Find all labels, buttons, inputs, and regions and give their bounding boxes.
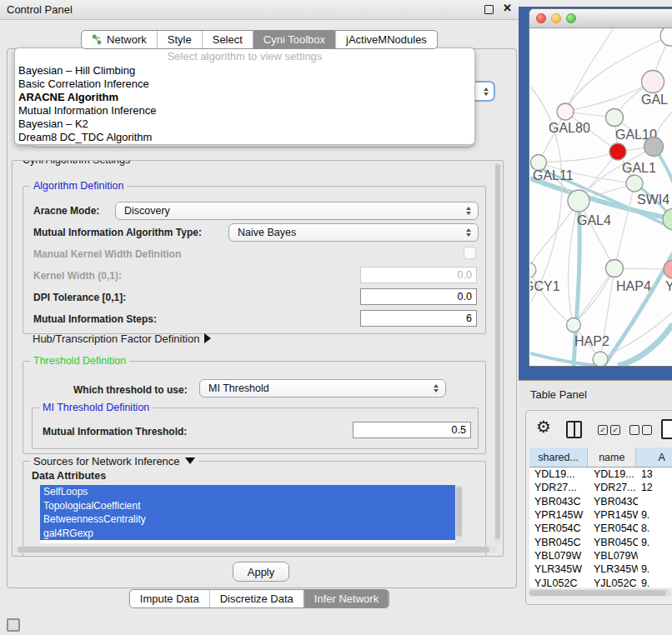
apply-button[interactable]: Apply [233, 562, 289, 582]
network-node[interactable] [606, 109, 624, 127]
minimize-traffic-light-icon[interactable] [551, 13, 561, 23]
mi-steps-field[interactable]: 6 [360, 310, 477, 327]
tab-style[interactable]: Style [157, 31, 202, 48]
network-node[interactable] [626, 175, 643, 192]
table-row[interactable]: YPR145WYPR145W9. [529, 508, 672, 522]
kernel-width-field[interactable]: 0.0 [360, 267, 477, 283]
tab-impute-data[interactable]: Impute Data [130, 590, 209, 608]
table-cell: YPR145W [529, 508, 589, 522]
network-node[interactable] [609, 143, 626, 160]
table-row[interactable]: YDL19...YDL19...13 [529, 468, 672, 481]
tab-infer-network[interactable]: Infer Network [303, 590, 389, 608]
table-horizontal-scrollbar[interactable] [528, 589, 671, 597]
mi-threshold-title: MI Threshold Definition [39, 402, 153, 413]
network-canvas[interactable]: GALGAL80GAL10GAL1GAL11SWI4GAL4GCY1HAP4YH… [530, 28, 672, 366]
network-node[interactable] [557, 103, 574, 120]
network-node-label: SWI4 [637, 192, 669, 207]
tab-label: Discretize Data [220, 592, 293, 605]
threshold-definition-group: Threshold Definition Which threshold to … [23, 361, 486, 454]
collapsed-panel-icon[interactable] [7, 618, 20, 632]
table-row[interactable]: YLR345WYLR345W9. [529, 562, 672, 576]
table-row[interactable]: YBR043CYBR043C [529, 495, 672, 508]
table-cell: YBR045C [529, 535, 589, 548]
manual-kernel-checkbox[interactable] [464, 247, 476, 259]
algorithm-dropdown-item[interactable]: ARACNE Algorithm [15, 91, 474, 104]
settings-vertical-scrollbar[interactable] [494, 162, 501, 544]
network-node[interactable] [660, 28, 672, 46]
column-header-shared-name[interactable]: shared... [529, 448, 588, 467]
gear-icon[interactable]: ⚙ [536, 417, 551, 437]
deselect-all-columns-icon[interactable] [629, 425, 652, 435]
tab-network[interactable]: Network [82, 31, 157, 48]
data-attributes-list[interactable]: SelfLoopsTopologicalCoefficientBetweenne… [40, 485, 455, 543]
sources-group: Sources for Network Inference Data Attri… [23, 461, 486, 557]
algorithm-dropdown-item[interactable]: Bayesian – K2 [15, 118, 474, 131]
table-row[interactable]: YBR045CYBR045C9. [529, 535, 672, 548]
network-node[interactable] [644, 138, 664, 157]
column-header-name[interactable]: name [588, 448, 636, 467]
network-node[interactable] [593, 352, 608, 366]
mi-steps-label: Mutual Information Steps: [33, 313, 157, 325]
network-node[interactable] [663, 208, 672, 230]
hub-factor-section-toggle[interactable]: Hub/Transcription Factor Definition [33, 332, 211, 345]
tab-jactivemnodules[interactable]: jActiveMNodules [335, 31, 437, 48]
network-node[interactable] [664, 260, 672, 278]
algorithm-dropdown-item[interactable]: Dream8 DC_TDC Algorithm [15, 131, 474, 144]
network-node[interactable] [606, 260, 624, 278]
data-attribute-item[interactable]: SelfLoops [40, 485, 455, 499]
network-node[interactable] [568, 190, 589, 212]
table-row[interactable]: YBL079WYBL079W [529, 549, 672, 562]
tab-label: Select [213, 33, 243, 46]
data-attribute-item[interactable]: BetweennessCentrality [40, 512, 455, 527]
which-threshold-combobox[interactable]: MI Threshold [199, 379, 446, 398]
network-node-label: GAL [641, 92, 668, 107]
close-icon[interactable]: ✕ [503, 2, 512, 14]
attributes-list-scrollbar[interactable] [455, 485, 463, 543]
algorithm-dropdown-item[interactable]: Basic Correlation Inference [15, 78, 474, 91]
expand-arrow-icon [204, 333, 211, 343]
mi-type-value: Naive Bayes [238, 227, 296, 238]
select-all-columns-icon[interactable]: ✓✓ [598, 425, 620, 435]
table-cell: YJL052C [589, 576, 638, 588]
tab-label: Style [168, 33, 192, 46]
columns-icon[interactable] [566, 421, 582, 438]
mi-threshold-field[interactable]: 0.5 [353, 422, 471, 438]
table-cell: YBL079W [589, 549, 638, 562]
network-node-label: GAL4 [577, 213, 611, 228]
tab-select[interactable]: Select [202, 31, 253, 48]
table-row[interactable]: YJL052CYJL052C9. [529, 576, 672, 588]
close-traffic-light-icon[interactable] [536, 13, 546, 23]
data-attribute-item[interactable]: TopologicalCoefficient [40, 499, 455, 513]
mi-type-combobox[interactable]: Naive Bayes [228, 223, 479, 242]
which-threshold-value: MI Threshold [208, 382, 269, 394]
network-node[interactable] [567, 318, 581, 332]
dpi-tolerance-field[interactable]: 0.0 [360, 288, 477, 305]
network-window-titlebar[interactable] [529, 9, 672, 28]
table-header: shared... name A [529, 448, 672, 468]
mi-threshold-group: MI Threshold Definition Mutual Informati… [32, 408, 479, 449]
tab-cyni-toolbox[interactable]: Cyni Toolbox [253, 31, 335, 48]
network-view-window[interactable]: GALGAL80GAL10GAL1GAL11SWI4GAL4GCY1HAP4YH… [529, 8, 672, 367]
table-row[interactable]: YER054CYER054C8. [529, 522, 672, 535]
table-row[interactable]: YDR27...YDR27...12 [529, 481, 672, 494]
zoom-traffic-light-icon[interactable] [566, 13, 576, 23]
tab-discretize-data[interactable]: Discretize Data [209, 590, 303, 608]
combo-spinner-icon [465, 228, 472, 237]
table-cell: YDL19... [589, 468, 638, 481]
table-cell: YBR045C [589, 535, 638, 548]
column-header-cut[interactable]: A [636, 448, 672, 467]
data-attribute-item[interactable]: gal4RGexp [40, 527, 455, 541]
float-window-icon[interactable] [484, 5, 494, 14]
aracne-mode-combobox[interactable]: Discovery [115, 202, 479, 220]
algorithm-dropdown-item[interactable]: Mutual Information Inference [15, 104, 474, 118]
apply-button-label: Apply [248, 566, 275, 578]
network-node[interactable] [642, 71, 664, 93]
node-table: shared... name A YDL19...YDL19...13YDR27… [529, 448, 672, 588]
network-node[interactable] [530, 262, 536, 278]
table-cell: YLR345W [529, 562, 589, 576]
new-table-icon[interactable] [661, 419, 672, 439]
sources-title[interactable]: Sources for Network Inference [30, 455, 198, 468]
settings-horizontal-scrollbar[interactable] [16, 546, 498, 553]
algorithm-dropdown-item[interactable]: Bayesian – Hill Climbing [15, 64, 474, 78]
algorithm-definition-group: Algorithm Definition Aracne Mode: Discov… [23, 186, 486, 334]
